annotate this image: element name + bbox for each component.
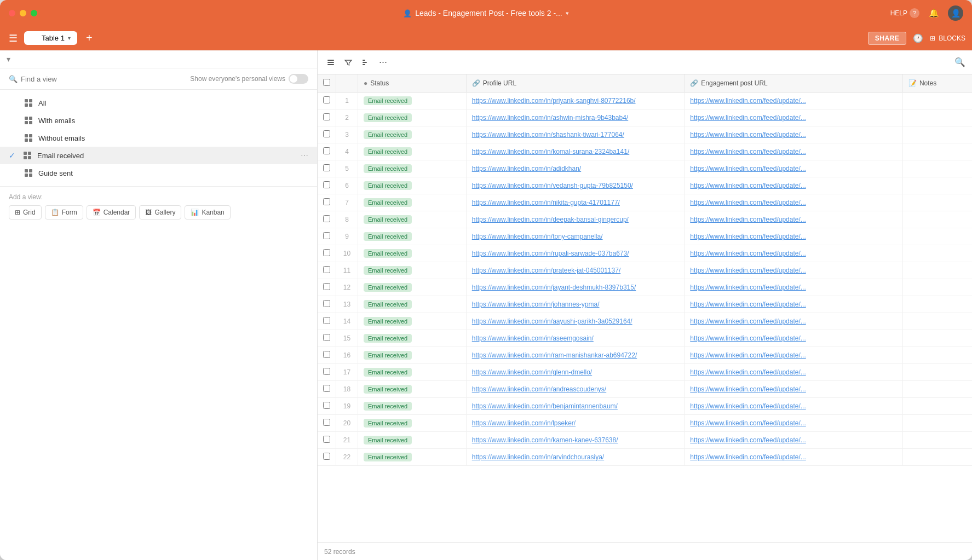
sidebar-toggle[interactable]: ▾ [0, 50, 317, 68]
row-engagement-url[interactable]: https://www.linkedin.com/feed/update/... [685, 415, 903, 432]
row-profile-url[interactable]: https://www.linkedin.com/in/benjamintann… [466, 398, 685, 415]
row-checkbox-cell[interactable] [318, 432, 336, 449]
profile-url-link[interactable]: https://www.linkedin.com/in/aayushi-pari… [472, 317, 632, 325]
row-checkbox[interactable] [323, 96, 330, 103]
engagement-url-link[interactable]: https://www.linkedin.com/feed/update/... [690, 317, 806, 325]
header-checkbox[interactable] [318, 74, 336, 93]
engagement-url-link[interactable]: https://www.linkedin.com/feed/update/... [690, 131, 806, 138]
row-checkbox[interactable] [323, 334, 330, 341]
row-checkbox-cell[interactable] [318, 330, 336, 347]
row-profile-url[interactable]: https://www.linkedin.com/in/ashwin-mishr… [466, 109, 685, 126]
hide-fields-button[interactable] [324, 56, 337, 69]
engagement-url-link[interactable]: https://www.linkedin.com/feed/update/... [690, 199, 806, 206]
profile-url-link[interactable]: https://www.linkedin.com/in/nikita-gupta… [472, 199, 620, 206]
row-profile-url[interactable]: https://www.linkedin.com/in/lpseker/ [466, 415, 685, 432]
row-profile-url[interactable]: https://www.linkedin.com/in/aayushi-pari… [466, 313, 685, 330]
row-checkbox[interactable] [323, 419, 330, 426]
title-chevron-icon[interactable]: ▾ [566, 10, 569, 17]
row-checkbox-cell[interactable] [318, 160, 336, 177]
row-checkbox-cell[interactable] [318, 228, 336, 245]
row-checkbox[interactable] [323, 130, 330, 137]
profile-url-link[interactable]: https://www.linkedin.com/in/rupali-sarwa… [472, 250, 629, 257]
add-view-kanban-button[interactable]: 📊Kanban [185, 205, 230, 220]
profile-url-link[interactable]: https://www.linkedin.com/in/arvindchoura… [472, 453, 604, 461]
blocks-button[interactable]: ⊞ BLOCKS [930, 34, 965, 42]
row-profile-url[interactable]: https://www.linkedin.com/in/arvindchoura… [466, 449, 685, 466]
row-profile-url[interactable]: https://www.linkedin.com/in/shashank-tiw… [466, 126, 685, 143]
row-checkbox[interactable] [323, 113, 330, 120]
row-profile-url[interactable]: https://www.linkedin.com/in/johannes-ypm… [466, 296, 685, 313]
engagement-url-link[interactable]: https://www.linkedin.com/feed/update/... [690, 165, 806, 172]
row-checkbox-cell[interactable] [318, 449, 336, 466]
view-item-without-emails[interactable]: Without emails ⋯ [0, 129, 317, 147]
engagement-url-link[interactable]: https://www.linkedin.com/feed/update/... [690, 114, 806, 122]
row-checkbox[interactable] [323, 198, 330, 205]
row-engagement-url[interactable]: https://www.linkedin.com/feed/update/... [685, 313, 903, 330]
row-profile-url[interactable]: https://www.linkedin.com/in/komal-surana… [466, 143, 685, 160]
row-checkbox[interactable] [323, 181, 330, 188]
row-checkbox[interactable] [323, 266, 330, 273]
profile-url-link[interactable]: https://www.linkedin.com/in/deepak-bansa… [472, 216, 629, 223]
close-button[interactable] [9, 10, 15, 16]
profile-url-link[interactable]: https://www.linkedin.com/in/tony-campane… [472, 233, 603, 240]
row-checkbox-cell[interactable] [318, 93, 336, 109]
profile-url-link[interactable]: https://www.linkedin.com/in/shashank-tiw… [472, 131, 624, 138]
row-checkbox[interactable] [323, 300, 330, 307]
select-all-checkbox[interactable] [323, 79, 330, 86]
maximize-button[interactable] [31, 10, 37, 16]
row-engagement-url[interactable]: https://www.linkedin.com/feed/update/... [685, 126, 903, 143]
row-checkbox-cell[interactable] [318, 415, 336, 432]
engagement-url-link[interactable]: https://www.linkedin.com/feed/update/... [690, 402, 806, 410]
row-checkbox-cell[interactable] [318, 126, 336, 143]
profile-url-link[interactable]: https://www.linkedin.com/in/johannes-ypm… [472, 301, 600, 308]
row-checkbox-cell[interactable] [318, 262, 336, 279]
profile-url-link[interactable]: https://www.linkedin.com/in/jayant-deshm… [472, 284, 636, 291]
add-view-calendar-button[interactable]: 📅Calendar [87, 205, 136, 220]
row-engagement-url[interactable]: https://www.linkedin.com/feed/update/... [685, 262, 903, 279]
row-engagement-url[interactable]: https://www.linkedin.com/feed/update/... [685, 245, 903, 262]
engagement-url-link[interactable]: https://www.linkedin.com/feed/update/... [690, 233, 806, 240]
profile-url-link[interactable]: https://www.linkedin.com/in/ashwin-mishr… [472, 114, 628, 122]
row-profile-url[interactable]: https://www.linkedin.com/in/deepak-bansa… [466, 211, 685, 228]
row-checkbox-cell[interactable] [318, 177, 336, 194]
engagement-url-link[interactable]: https://www.linkedin.com/feed/update/... [690, 351, 806, 359]
row-checkbox[interactable] [323, 402, 330, 409]
view-more-icon[interactable]: ⋯ [301, 151, 308, 160]
row-checkbox[interactable] [323, 385, 330, 392]
row-checkbox-cell[interactable] [318, 245, 336, 262]
row-engagement-url[interactable]: https://www.linkedin.com/feed/update/... [685, 194, 903, 211]
minimize-button[interactable] [20, 10, 26, 16]
row-profile-url[interactable]: https://www.linkedin.com/in/aseemgosain/ [466, 330, 685, 347]
row-checkbox[interactable] [323, 368, 330, 375]
profile-url-link[interactable]: https://www.linkedin.com/in/kamen-kanev-… [472, 436, 618, 444]
row-profile-url[interactable]: https://www.linkedin.com/in/adidkhan/ [466, 160, 685, 177]
row-engagement-url[interactable]: https://www.linkedin.com/feed/update/... [685, 330, 903, 347]
row-profile-url[interactable]: https://www.linkedin.com/in/rupali-sarwa… [466, 245, 685, 262]
row-profile-url[interactable]: https://www.linkedin.com/in/ram-manishan… [466, 347, 685, 364]
engagement-url-link[interactable]: https://www.linkedin.com/feed/update/... [690, 368, 806, 376]
row-checkbox[interactable] [323, 164, 330, 171]
more-options-button[interactable]: ··· [377, 54, 389, 70]
group-button[interactable] [359, 56, 372, 69]
row-profile-url[interactable]: https://www.linkedin.com/in/glenn-dmello… [466, 364, 685, 381]
row-checkbox-cell[interactable] [318, 194, 336, 211]
row-checkbox[interactable] [323, 453, 330, 460]
history-button[interactable]: 🕐 [911, 31, 925, 45]
row-checkbox[interactable] [323, 249, 330, 256]
show-personal-toggle[interactable] [289, 74, 308, 84]
row-checkbox-cell[interactable] [318, 211, 336, 228]
row-engagement-url[interactable]: https://www.linkedin.com/feed/update/... [685, 347, 903, 364]
profile-url-link[interactable]: https://www.linkedin.com/in/ram-manishan… [472, 351, 637, 359]
row-engagement-url[interactable]: https://www.linkedin.com/feed/update/... [685, 143, 903, 160]
row-engagement-url[interactable]: https://www.linkedin.com/feed/update/... [685, 279, 903, 296]
row-profile-url[interactable]: https://www.linkedin.com/in/prateek-jat-… [466, 262, 685, 279]
profile-url-link[interactable]: https://www.linkedin.com/in/adidkhan/ [472, 165, 581, 172]
row-profile-url[interactable]: https://www.linkedin.com/in/priyank-sang… [466, 93, 685, 109]
engagement-url-link[interactable]: https://www.linkedin.com/feed/update/... [690, 301, 806, 308]
row-profile-url[interactable]: https://www.linkedin.com/in/nikita-gupta… [466, 194, 685, 211]
row-checkbox-cell[interactable] [318, 313, 336, 330]
engagement-url-link[interactable]: https://www.linkedin.com/feed/update/... [690, 436, 806, 444]
engagement-url-link[interactable]: https://www.linkedin.com/feed/update/... [690, 267, 806, 274]
sidebar-collapse-icon[interactable]: ▾ [7, 55, 10, 63]
add-view-gallery-button[interactable]: 🖼Gallery [139, 205, 181, 220]
